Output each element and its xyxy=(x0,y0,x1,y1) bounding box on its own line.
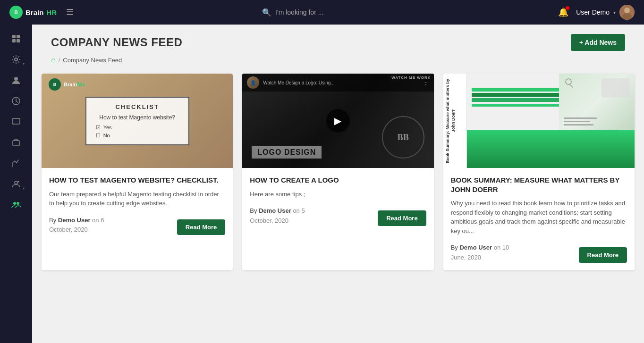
sidebar-item-messages[interactable] xyxy=(6,112,26,131)
card-1-body: HOW TO TEST MAGENTO WEBSITE? CHECKLIST. … xyxy=(42,168,233,243)
card-3-read-more-button[interactable]: Read More xyxy=(579,247,627,263)
sidebar xyxy=(0,25,32,343)
card-2-excerpt: Here are some tips ; xyxy=(250,190,426,199)
card-2-author: By Demo User on 5 October, 2020 xyxy=(250,206,305,226)
card-2-image-bg: 👤 Watch Me Design a Logo: Using... ⋮ WAT… xyxy=(242,74,433,168)
card-2-body: HOW TO CREATE A LOGO Here are some tips … xyxy=(242,168,433,234)
breadcrumb-home-icon[interactable]: ⌂ xyxy=(51,56,56,64)
sidebar-item-people[interactable] xyxy=(6,71,26,90)
svg-rect-13 xyxy=(13,141,19,146)
card-3-date-prefix: on 10 xyxy=(494,244,509,251)
card-1-date-prefix: on 6 xyxy=(92,217,104,224)
logo-brain-text: Brain xyxy=(25,8,43,17)
sidebar-item-dashboard[interactable] xyxy=(6,29,26,48)
page-header: COMPANY NEWS FEED + Add News xyxy=(32,25,644,56)
card-3-excerpt: Why you need to read this book learn how… xyxy=(451,199,627,235)
card-3-image: Book Summary: Measure what matters by Jo… xyxy=(443,74,635,168)
search-input[interactable] xyxy=(275,8,370,16)
news-card-3: Book Summary: Measure what matters by Jo… xyxy=(443,74,635,270)
svg-point-3 xyxy=(624,8,630,13)
card-3-footer: By Demo User on 10 June, 2020 Read More xyxy=(451,243,627,263)
notification-bell[interactable]: 🔔 xyxy=(558,7,568,17)
svg-point-14 xyxy=(15,181,17,184)
card-1-image: B BrainNix CHECKLIST How to test Magento… xyxy=(42,74,233,168)
user-chevron-icon: ▾ xyxy=(613,10,616,15)
card-2-read-more-button[interactable]: Read More xyxy=(378,210,426,226)
search-box: 🔍 xyxy=(262,8,370,17)
top-navbar: B Brain HR ☰ 🔍 🔔 User Demo ▾ xyxy=(0,0,644,25)
card-1-read-more-button[interactable]: Read More xyxy=(177,219,225,235)
search-container: 🔍 xyxy=(74,8,558,17)
news-card-1: B BrainNix CHECKLIST How to test Magento… xyxy=(42,74,233,270)
user-avatar xyxy=(619,5,635,20)
logo-hr-text: HR xyxy=(46,8,57,17)
card-1-title: HOW TO TEST MAGENTO WEBSITE? CHECKLIST. xyxy=(49,176,225,185)
sidebar-item-team[interactable] xyxy=(6,195,26,214)
sidebar-item-reports[interactable] xyxy=(6,154,26,173)
nav-right: 🔔 User Demo ▾ xyxy=(558,5,635,20)
sidebar-item-admin[interactable] xyxy=(6,175,26,193)
card-1-footer: By Demo User on 6 October, 2020 Read Mor… xyxy=(49,216,225,235)
svg-rect-8 xyxy=(17,39,20,42)
svg-point-10 xyxy=(14,77,18,81)
card-3-date: June, 2020 xyxy=(451,253,509,263)
sidebar-item-time[interactable] xyxy=(6,92,26,110)
user-menu[interactable]: User Demo ▾ xyxy=(576,5,635,20)
breadcrumb: ⌂ / Company News Feed xyxy=(32,56,644,74)
hamburger-button[interactable]: ☰ xyxy=(66,7,74,17)
logo-icon: B xyxy=(9,6,23,19)
svg-text:B: B xyxy=(14,10,17,15)
news-grid: B BrainNix CHECKLIST How to test Magento… xyxy=(32,74,644,280)
card-1-author: By Demo User on 6 October, 2020 xyxy=(49,216,104,235)
card-2-date-prefix: on 5 xyxy=(293,207,305,214)
svg-rect-7 xyxy=(12,39,16,42)
add-news-button[interactable]: + Add News xyxy=(571,34,625,51)
card-3-body: BOOK SUMMARY: MEASURE WHAT MATTERS BY JO… xyxy=(443,168,635,270)
breadcrumb-current: Company News Feed xyxy=(63,57,122,64)
sidebar-item-jobs[interactable] xyxy=(6,133,26,152)
sidebar-item-settings[interactable] xyxy=(6,50,26,69)
app-logo[interactable]: B Brain HR xyxy=(9,6,57,19)
svg-rect-5 xyxy=(12,35,16,38)
card-2-footer: By Demo User on 5 October, 2020 Read Mor… xyxy=(250,206,426,226)
breadcrumb-separator: / xyxy=(59,57,60,64)
play-icon: ▶ xyxy=(334,115,341,126)
svg-point-9 xyxy=(15,58,17,61)
news-card-2: 👤 Watch Me Design a Logo: Using... ⋮ WAT… xyxy=(242,74,433,270)
svg-point-16 xyxy=(13,202,16,205)
search-icon: 🔍 xyxy=(262,8,271,17)
svg-rect-6 xyxy=(17,35,20,38)
card-3-title: BOOK SUMMARY: MEASURE WHAT MATTERS BY JO… xyxy=(451,176,627,194)
content-area: COMPANY NEWS FEED + Add News ⌂ / Company… xyxy=(32,25,644,343)
user-name-label: User Demo xyxy=(576,8,610,16)
play-button[interactable]: ▶ xyxy=(326,109,350,133)
card-3-author: By Demo User on 10 June, 2020 xyxy=(451,243,509,263)
card-2-date: October, 2020 xyxy=(250,216,305,226)
card-1-excerpt: Our team prepared a helpful Magento test… xyxy=(49,190,225,208)
svg-point-15 xyxy=(18,181,19,183)
svg-rect-12 xyxy=(12,118,20,124)
card-1-date: October, 2020 xyxy=(49,225,104,235)
main-layout: COMPANY NEWS FEED + Add News ⌂ / Company… xyxy=(0,25,644,343)
notification-dot xyxy=(566,6,569,10)
svg-point-17 xyxy=(17,202,19,205)
svg-point-18 xyxy=(566,79,571,84)
page-title: COMPANY NEWS FEED xyxy=(51,36,182,49)
video-play-overlay[interactable]: ▶ xyxy=(242,74,433,168)
card-2-image: 👤 Watch Me Design a Logo: Using... ⋮ WAT… xyxy=(242,74,433,168)
card-2-title: HOW TO CREATE A LOGO xyxy=(250,176,426,185)
